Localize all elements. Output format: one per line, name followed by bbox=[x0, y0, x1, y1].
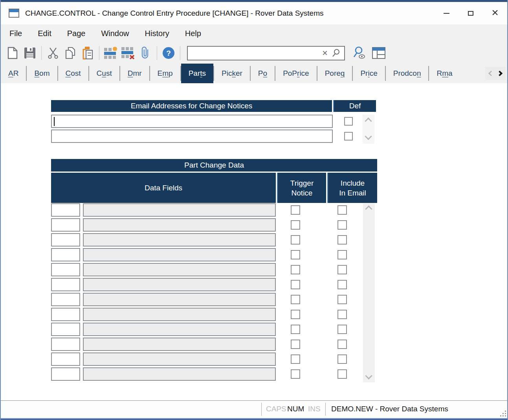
tab-cust[interactable]: Cust bbox=[89, 64, 119, 83]
copy-button[interactable] bbox=[62, 44, 79, 62]
email-table-header-row: Email Addresses for Change Notices Def bbox=[51, 100, 376, 112]
tab-po[interactable]: Po bbox=[251, 64, 275, 83]
tab-cost[interactable]: Cost bbox=[58, 64, 88, 83]
tab-poprice[interactable]: PoPrice bbox=[275, 64, 317, 83]
trigger-notice-checkbox[interactable] bbox=[291, 369, 300, 379]
part-row-code-input[interactable] bbox=[51, 323, 80, 336]
include-in-email-checkbox[interactable] bbox=[337, 265, 347, 274]
tab-ar[interactable]: AR bbox=[1, 64, 26, 83]
trigger-notice-checkbox[interactable] bbox=[291, 280, 300, 289]
delete-row-button[interactable] bbox=[119, 44, 137, 62]
toolbar-separator bbox=[41, 46, 42, 60]
trigger-notice-checkbox[interactable] bbox=[291, 295, 300, 304]
tab-poreq[interactable]: Poreq bbox=[317, 64, 352, 83]
close-button[interactable]: × bbox=[483, 2, 507, 24]
insert-row-icon bbox=[104, 47, 118, 59]
search-input[interactable] bbox=[188, 49, 319, 57]
trigger-notice-checkbox[interactable] bbox=[291, 235, 300, 245]
tab-parts[interactable]: Parts bbox=[181, 64, 213, 83]
menu-help[interactable]: Help bbox=[177, 24, 209, 42]
include-in-email-checkbox[interactable] bbox=[337, 235, 347, 245]
clear-search-icon[interactable]: × bbox=[319, 48, 331, 58]
trigger-notice-checkbox[interactable] bbox=[291, 250, 300, 259]
part-row-data-field bbox=[83, 293, 276, 306]
advanced-search-button[interactable] bbox=[350, 44, 368, 62]
save-icon bbox=[24, 47, 36, 59]
tab-rma[interactable]: Rma bbox=[429, 64, 460, 83]
include-in-email-checkbox[interactable] bbox=[337, 250, 347, 259]
search-icon[interactable] bbox=[331, 49, 344, 57]
minimize-icon bbox=[444, 13, 449, 14]
part-row-data-field bbox=[83, 338, 276, 351]
toolbar-separator bbox=[99, 46, 99, 60]
text-caret bbox=[54, 117, 55, 126]
email-input-2[interactable] bbox=[51, 130, 333, 143]
part-row-code-input[interactable] bbox=[51, 233, 80, 247]
resize-grip[interactable] bbox=[500, 410, 506, 416]
part-row-code-input[interactable] bbox=[51, 278, 80, 291]
maximize-button[interactable] bbox=[458, 2, 483, 24]
include-in-email-checkbox[interactable] bbox=[337, 205, 347, 215]
tab-dmr[interactable]: Dmr bbox=[120, 64, 149, 83]
part-row-data-field bbox=[83, 367, 276, 381]
include-in-email-checkbox[interactable] bbox=[337, 354, 347, 364]
trigger-notice-checkbox[interactable] bbox=[291, 205, 300, 215]
email-scroll-down-icon[interactable] bbox=[365, 133, 372, 140]
email-def-checkbox-2[interactable] bbox=[344, 132, 353, 141]
email-scroll-up-icon[interactable] bbox=[365, 117, 372, 124]
include-in-email-checkbox[interactable] bbox=[337, 325, 347, 334]
part-row-code-input[interactable] bbox=[51, 352, 80, 366]
trigger-notice-checkbox[interactable] bbox=[291, 310, 300, 319]
include-in-email-checkbox[interactable] bbox=[337, 220, 347, 230]
menu-edit[interactable]: Edit bbox=[30, 24, 59, 42]
layout-button[interactable] bbox=[370, 44, 387, 62]
menu-history[interactable]: History bbox=[137, 24, 177, 42]
tab-price[interactable]: Price bbox=[353, 64, 385, 83]
include-in-email-checkbox[interactable] bbox=[337, 340, 347, 349]
trigger-notice-checkbox[interactable] bbox=[291, 265, 300, 274]
session-label: DEMO.NEW - Rover Data Systems bbox=[331, 405, 448, 413]
help-button[interactable]: ? bbox=[160, 44, 177, 62]
part-row-code-input[interactable] bbox=[51, 203, 80, 217]
part-row-code-input[interactable] bbox=[51, 248, 80, 261]
menu-page[interactable]: Page bbox=[59, 24, 94, 42]
part-row-code-input[interactable] bbox=[51, 293, 80, 306]
part-row-code-input[interactable] bbox=[51, 367, 80, 381]
include-in-email-checkbox[interactable] bbox=[337, 310, 347, 319]
search-box: × bbox=[187, 46, 345, 60]
cut-button[interactable] bbox=[44, 44, 62, 62]
tab-emp[interactable]: Emp bbox=[150, 64, 180, 83]
email-input-1[interactable] bbox=[51, 115, 333, 128]
trigger-notice-checkbox[interactable] bbox=[291, 325, 300, 334]
tab-bom[interactable]: Bom bbox=[27, 64, 57, 83]
advanced-search-icon bbox=[352, 46, 366, 60]
tab-scroll-left-button[interactable] bbox=[485, 67, 495, 80]
include-in-email-checkbox[interactable] bbox=[337, 369, 347, 379]
email-table-header: Email Addresses for Change Notices bbox=[51, 100, 332, 112]
new-document-button[interactable] bbox=[4, 44, 21, 62]
include-in-email-checkbox[interactable] bbox=[337, 280, 347, 289]
trigger-notice-checkbox[interactable] bbox=[291, 220, 300, 230]
insert-row-button[interactable] bbox=[102, 44, 119, 62]
part-table-header-row: Data Fields Trigger Notice Include In Em… bbox=[51, 173, 377, 203]
part-row-code-input[interactable] bbox=[51, 263, 80, 276]
tab-scroll-right-button[interactable] bbox=[495, 67, 506, 80]
menu-file[interactable]: File bbox=[2, 24, 30, 42]
part-row-code-input[interactable] bbox=[51, 308, 80, 321]
part-row-code-input[interactable] bbox=[51, 338, 80, 351]
email-def-checkbox-1[interactable] bbox=[344, 117, 353, 126]
trigger-notice-checkbox[interactable] bbox=[291, 354, 300, 364]
trigger-notice-header-line2: Notice bbox=[292, 188, 313, 198]
email-table: Email Addresses for Change Notices Def bbox=[51, 100, 376, 151]
paste-button[interactable] bbox=[79, 44, 96, 62]
attachment-button[interactable] bbox=[137, 44, 154, 62]
part-row-code-input[interactable] bbox=[51, 218, 80, 232]
menu-window[interactable]: Window bbox=[93, 24, 137, 42]
include-in-email-checkbox[interactable] bbox=[337, 295, 347, 304]
tab-picker[interactable]: Picker bbox=[214, 64, 250, 83]
minimize-button[interactable] bbox=[434, 2, 458, 24]
status-bar: CAPS NUM INS DEMO.NEW - Rover Data Syste… bbox=[1, 400, 507, 418]
trigger-notice-checkbox[interactable] bbox=[291, 340, 300, 349]
save-button[interactable] bbox=[21, 44, 39, 62]
tab-prodcon[interactable]: Prodcon bbox=[386, 64, 429, 83]
